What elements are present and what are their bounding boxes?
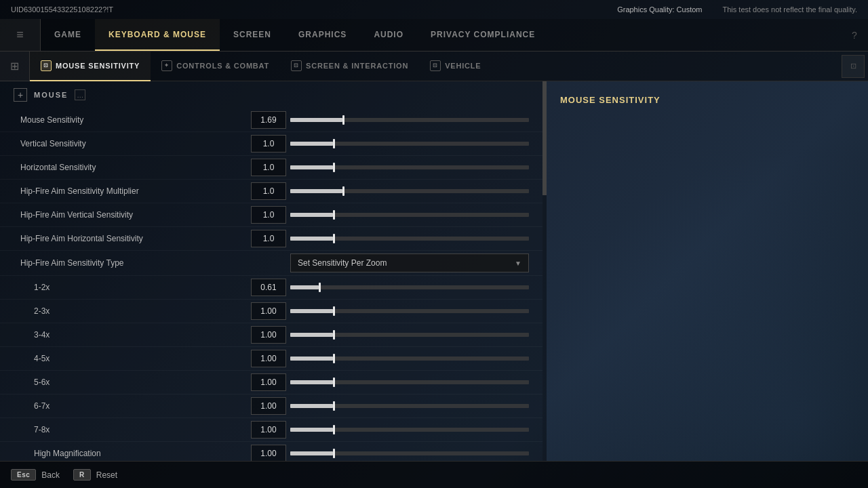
setting-row: Hip-Fire Aim Sensitivity Multiplier xyxy=(0,180,542,203)
setting-row: Horizontal Sensitivity xyxy=(0,156,542,180)
bottom-bar: Esc Back R Reset xyxy=(0,461,868,488)
zoom-5-6x-slider-container[interactable] xyxy=(286,380,529,384)
tab-audio[interactable]: AUDIO xyxy=(360,19,417,51)
tab-privacy[interactable]: PRIVACY COMPLIANCE xyxy=(417,19,549,51)
high-magnification-track[interactable] xyxy=(290,451,529,455)
dots-icon: … xyxy=(77,92,83,99)
zoom-7-8x-slider-container[interactable] xyxy=(286,428,529,432)
tab-keyboard-mouse-label: KEYBOARD & MOUSE xyxy=(108,30,206,39)
hipfire-horizontal-track[interactable] xyxy=(290,237,529,241)
hipfire-multiplier-slider-container[interactable] xyxy=(286,189,529,193)
zoom-7-8x-input[interactable] xyxy=(251,421,286,439)
vertical-sensitivity-input[interactable] xyxy=(251,135,286,152)
zoom-6-7x-input[interactable] xyxy=(251,397,286,415)
setting-label: 2-3x xyxy=(20,306,251,316)
tab-graphics[interactable]: GRAPHICS xyxy=(285,19,360,51)
hipfire-type-dropdown[interactable]: Set Sensitivity Per Zoom ▼ xyxy=(290,253,529,272)
sub-end-icon: ⊡ xyxy=(850,62,856,70)
sub-nav-home[interactable]: ⊞ xyxy=(0,52,30,81)
zoom-7-8x-track[interactable] xyxy=(290,428,529,432)
sub-tab-controls-label: CONTROLS & COMBAT xyxy=(176,62,269,70)
scrollbar-thumb xyxy=(542,81,547,195)
vertical-sensitivity-track[interactable] xyxy=(290,142,529,146)
setting-row: Vertical Sensitivity xyxy=(0,132,542,156)
scrollbar[interactable] xyxy=(542,81,547,461)
tab-keyboard-mouse[interactable]: KEYBOARD & MOUSE xyxy=(95,19,220,51)
hipfire-multiplier-track[interactable] xyxy=(290,189,529,193)
zoom-7-8x-thumb xyxy=(333,425,335,434)
settings-panel: + MOUSE … Mouse Sensitivity Vertical Sen… xyxy=(0,81,542,461)
zoom-4-5x-track[interactable] xyxy=(290,357,529,361)
setting-label: Hip-Fire Aim Sensitivity Type xyxy=(20,258,251,268)
zoom-6-7x-thumb xyxy=(333,401,335,411)
hipfire-horizontal-thumb xyxy=(333,234,335,243)
sub-nav-end[interactable]: ⊡ xyxy=(842,55,865,78)
mouse-sensitivity-slider-track[interactable] xyxy=(290,118,529,122)
tab-screen[interactable]: SCREEN xyxy=(220,19,285,51)
sub-tab-mouse-sensitivity-label: MOUSE SENSITIVITY xyxy=(56,62,140,70)
horizontal-sensitivity-thumb xyxy=(333,163,335,172)
sub-tab-mouse-sensitivity[interactable]: ⊡ MOUSE SENSITIVITY xyxy=(30,52,151,81)
zoom-5-6x-input[interactable] xyxy=(251,373,286,391)
mouse-sensitivity-slider-container[interactable] xyxy=(286,118,529,122)
graphics-quality: Graphics Quality: Custom xyxy=(617,5,702,14)
setting-row: High Magnification xyxy=(0,442,542,461)
high-magnification-slider-container[interactable] xyxy=(286,451,529,455)
high-magnification-fill xyxy=(290,451,333,455)
zoom-4-5x-input[interactable] xyxy=(251,350,286,367)
zoom-2-3x-slider-container[interactable] xyxy=(286,309,529,313)
mouse-sensitivity-input[interactable] xyxy=(251,111,286,129)
tab-game[interactable]: GAME xyxy=(41,19,95,51)
setting-row: 6-7x xyxy=(0,394,542,418)
section-add-button[interactable]: + xyxy=(14,88,27,102)
zoom-6-7x-slider-container[interactable] xyxy=(286,404,529,408)
vertical-sensitivity-slider-container[interactable] xyxy=(286,142,529,146)
setting-row: 5-6x xyxy=(0,371,542,394)
zoom-3-4x-slider-container[interactable] xyxy=(286,333,529,337)
hipfire-horizontal-input[interactable] xyxy=(251,230,286,247)
tab-game-label: GAME xyxy=(54,30,81,39)
hipfire-type-row: Hip-Fire Aim Sensitivity Type Set Sensit… xyxy=(0,251,542,276)
horizontal-sensitivity-slider-container[interactable] xyxy=(286,165,529,169)
zoom-2-3x-input[interactable] xyxy=(251,302,286,320)
setting-row: 2-3x xyxy=(0,300,542,323)
hipfire-multiplier-fill xyxy=(290,189,342,193)
reset-key: R xyxy=(73,469,91,481)
mouse-sensitivity-slider-thumb xyxy=(342,115,344,125)
add-icon: + xyxy=(18,89,23,100)
nav-end-icon[interactable]: ? xyxy=(841,19,868,51)
zoom-3-4x-input[interactable] xyxy=(251,326,286,344)
sub-tab-screen-interaction[interactable]: ⊡ SCREEN & INTERACTION xyxy=(280,52,419,81)
tab-audio-label: AUDIO xyxy=(374,30,403,39)
zoom-1-2x-track[interactable] xyxy=(290,285,529,289)
back-label: Back xyxy=(41,470,60,480)
high-magnification-input[interactable] xyxy=(251,445,286,461)
section-header: + MOUSE … xyxy=(0,81,542,108)
setting-label: 6-7x xyxy=(20,401,251,411)
zoom-5-6x-fill xyxy=(290,380,333,384)
nav-logo[interactable]: ≡ xyxy=(0,19,41,51)
setting-label: High Magnification xyxy=(20,449,251,458)
setting-label: 5-6x xyxy=(20,378,251,387)
zoom-1-2x-slider-container[interactable] xyxy=(286,285,529,289)
zoom-4-5x-slider-container[interactable] xyxy=(286,357,529,361)
horizontal-sensitivity-track[interactable] xyxy=(290,165,529,169)
reset-label: Reset xyxy=(96,470,117,480)
sub-tab-vehicle[interactable]: ⊡ VEHICLE xyxy=(419,52,492,81)
hipfire-horizontal-slider-container[interactable] xyxy=(286,237,529,241)
zoom-1-2x-input[interactable] xyxy=(251,279,286,296)
reset-button[interactable]: R Reset xyxy=(73,469,117,481)
zoom-5-6x-track[interactable] xyxy=(290,380,529,384)
horizontal-sensitivity-input[interactable] xyxy=(251,159,286,176)
sub-nav: ⊞ ⊡ MOUSE SENSITIVITY ✦ CONTROLS & COMBA… xyxy=(0,52,868,81)
hipfire-vertical-track[interactable] xyxy=(290,213,529,217)
hipfire-vertical-input[interactable] xyxy=(251,206,286,224)
hipfire-vertical-slider-container[interactable] xyxy=(286,213,529,217)
zoom-6-7x-track[interactable] xyxy=(290,404,529,408)
hipfire-multiplier-input[interactable] xyxy=(251,182,286,200)
back-button[interactable]: Esc Back xyxy=(11,469,60,481)
zoom-2-3x-track[interactable] xyxy=(290,309,529,313)
sub-tab-controls-combat[interactable]: ✦ CONTROLS & COMBAT xyxy=(151,52,280,81)
zoom-3-4x-track[interactable] xyxy=(290,333,529,337)
vehicle-icon: ⊡ xyxy=(430,60,441,71)
